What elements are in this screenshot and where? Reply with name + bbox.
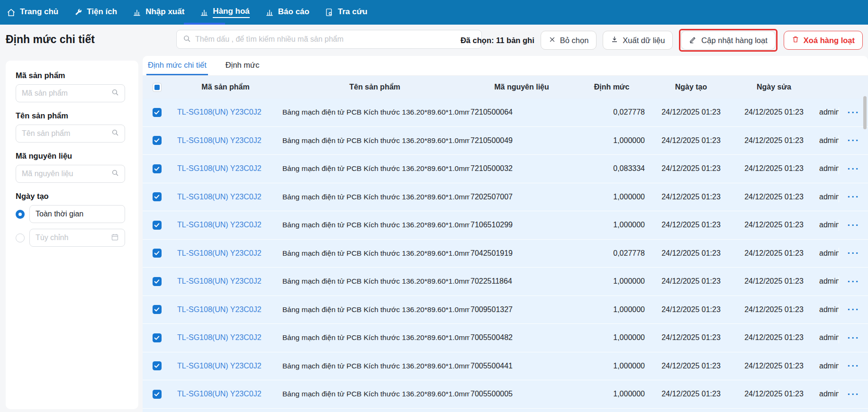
row-actions-ellipsis-icon[interactable]: ··· [839,191,868,202]
row-actions-ellipsis-icon[interactable]: ··· [839,135,868,146]
row-actions-ellipsis-icon[interactable]: ··· [839,389,868,400]
all-time-label: Toàn thời gian [36,210,83,218]
material-code-cell: 7210500064 [470,108,574,116]
product-code-input[interactable] [22,89,108,98]
row-checkbox[interactable] [153,249,162,258]
user-cell: admin [815,136,839,145]
row-actions-ellipsis-icon[interactable]: ··· [839,360,868,371]
material-code-cell: 7022511864 [470,277,574,286]
norm-cell: 0,027778 [574,249,650,258]
custom-date-box[interactable]: Tùy chỉnh [29,229,125,247]
row-actions-ellipsis-icon[interactable]: ··· [839,332,868,343]
user-cell: admin [815,362,839,370]
nav-item-lookup[interactable]: Tra cứu [325,7,367,18]
export-data-button[interactable]: Xuất dữ liệu [603,31,673,50]
updated-date-cell: 24/12/2025 01:23 [732,221,815,229]
product-code-link[interactable]: TL-SG108(UN) Y23C0J2 [171,249,280,258]
row-checkbox[interactable] [153,305,162,314]
bar-chart-icon [200,8,208,17]
table-row: TL-SG108(UN) Y23C0J2 Bảng mạch điện tử P… [143,380,868,409]
material-code-cell: 7106510299 [470,221,574,229]
material-code-cell: 7210500032 [470,164,574,173]
row-checkbox[interactable] [153,277,162,286]
row-checkbox[interactable] [153,164,162,173]
updated-date-cell: 24/12/2025 01:23 [732,136,815,145]
material-code-cell: 7005500005 [470,390,574,398]
product-code-link[interactable]: TL-SG108(UN) Y23C0J2 [171,305,280,314]
user-cell: admin [815,277,839,286]
updated-date-cell: 24/12/2025 01:23 [732,333,815,342]
norm-cell: 1,000000 [574,221,650,229]
filter-label-product-name: Tên sản phẩm [16,111,125,120]
row-checkbox[interactable] [153,221,162,230]
search-input[interactable] [195,35,475,44]
nav-item-home[interactable]: Trang chủ [7,7,58,18]
radio-all-time[interactable] [16,210,25,219]
product-code-link[interactable]: TL-SG108(UN) Y23C0J2 [171,108,280,116]
norm-cell: 1,000000 [574,136,650,145]
calendar-icon [111,233,119,243]
bulk-update-button[interactable]: Cập nhật hàng loạt [681,31,775,50]
product-code-link[interactable]: TL-SG108(UN) Y23C0J2 [171,277,280,286]
product-name-cell: Bảng mạch điện tử PCB Kích thước 136.20*… [280,333,470,342]
product-code-link[interactable]: TL-SG108(UN) Y23C0J2 [171,333,280,342]
row-checkbox[interactable] [153,108,162,117]
row-actions-ellipsis-icon[interactable]: ··· [839,304,868,315]
row-checkbox[interactable] [153,390,162,399]
table-header: Mã sản phẩm Tên sản phẩm Mã nguyên liệu … [143,76,868,99]
radio-custom[interactable] [16,233,25,242]
product-name-cell: Bảng mạch điện tử PCB Kích thước 136.20*… [280,362,470,370]
row-checkbox[interactable] [153,136,162,145]
product-code-link[interactable]: TL-SG108(UN) Y23C0J2 [171,362,280,370]
tab-dinh-muc[interactable]: Định mức [224,61,261,75]
material-code-filter [16,165,125,183]
pencil-icon [689,36,697,45]
product-code-link[interactable]: TL-SG108(UN) Y23C0J2 [171,390,280,398]
product-code-link[interactable]: TL-SG108(UN) Y23C0J2 [171,221,280,229]
tab-dinh-muc-chi-tiet[interactable]: Định mức chi tiết [146,61,208,75]
material-code-cell: 7202507007 [470,193,574,201]
created-date-cell: 24/12/2025 01:23 [650,362,732,370]
wrench-icon [74,8,82,17]
nav-item-goods[interactable]: Hàng hoá [200,7,249,18]
all-time-box[interactable]: Toàn thời gian [29,205,125,223]
row-actions-ellipsis-icon[interactable]: ··· [839,220,868,231]
product-name-input[interactable] [22,129,108,138]
row-checkbox[interactable] [153,333,162,342]
nav-item-import-export[interactable]: Nhập xuất [133,7,184,18]
column-header-created-date: Ngày tạo [650,83,732,91]
user-cell: admin [815,164,839,173]
product-name-cell: Bảng mạch điện tử PCB Kích thước 136.20*… [280,249,470,258]
nav-item-label: Tra cứu [338,7,367,18]
row-checkbox[interactable] [153,361,162,370]
vertical-scrollbar-thumb[interactable] [863,96,867,129]
row-checkbox[interactable] [153,192,162,201]
updated-date-cell: 24/12/2025 01:23 [732,277,815,286]
row-actions-ellipsis-icon[interactable]: ··· [839,248,868,259]
search-icon [183,35,191,45]
product-code-link[interactable]: TL-SG108(UN) Y23C0J2 [171,193,280,201]
select-all-checkbox[interactable] [153,83,162,92]
nav-item-utilities[interactable]: Tiện ích [74,7,117,18]
table-row: TL-SG108(UN) Y23C0J2 Bảng mạch điện tử P… [143,296,868,324]
deselect-button[interactable]: Bỏ chọn [541,31,597,50]
product-name-cell: Bảng mạch điện tử PCB Kích thước 136.20*… [280,136,470,145]
nav-item-reports[interactable]: Báo cáo [265,7,309,18]
page-header: Định mức chi tiết Đã chọn: 11 bản ghi Bỏ… [0,25,868,56]
column-header-material-code: Mã nguyên liệu [470,83,574,91]
product-name-cell: Bảng mạch điện tử PCB Kích thước 136.20*… [280,305,470,314]
product-code-link[interactable]: TL-SG108(UN) Y23C0J2 [171,164,280,173]
updated-date-cell: 24/12/2025 01:23 [732,362,815,370]
created-date-cell: 24/12/2025 01:23 [650,249,732,258]
created-date-cell: 24/12/2025 01:23 [650,390,732,398]
material-code-input[interactable] [22,170,108,178]
annotation-highlight: Cập nhật hàng loạt [679,29,777,52]
norm-cell: 1,000000 [574,390,650,398]
product-code-link[interactable]: TL-SG108(UN) Y23C0J2 [171,136,280,145]
norm-cell: 1,000000 [574,362,650,370]
row-actions-ellipsis-icon[interactable]: ··· [839,163,868,174]
header-actions: Đã chọn: 11 bản ghi Bỏ chọn Xuất dữ liệu… [461,29,863,52]
product-name-cell: Bảng mạch điện tử PCB Kích thước 136.20*… [280,277,470,286]
bulk-delete-button[interactable]: Xoá hàng loạt [784,31,863,50]
row-actions-ellipsis-icon[interactable]: ··· [839,276,868,287]
